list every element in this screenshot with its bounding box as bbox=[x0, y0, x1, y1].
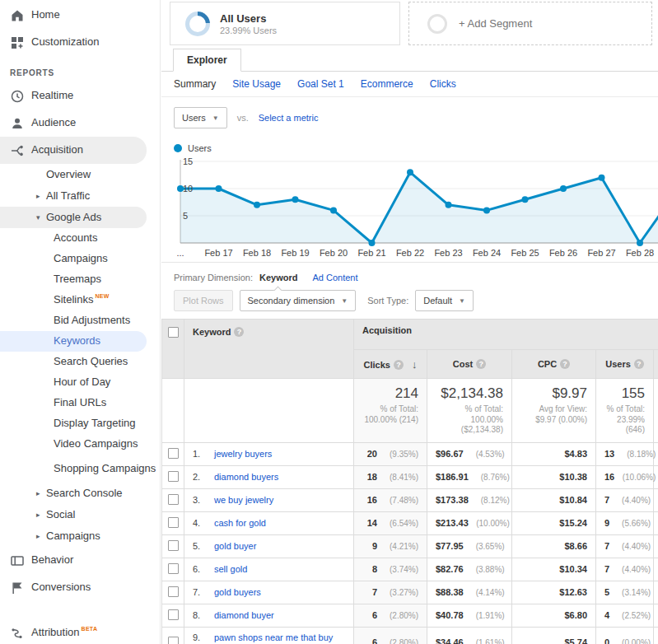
sidebar-item-acquisition[interactable]: Acquisition bbox=[0, 137, 147, 164]
keyword-link[interactable]: we buy jewelry bbox=[214, 495, 273, 505]
subtab-site-usage[interactable]: Site Usage bbox=[232, 78, 281, 90]
sort-type-dropdown[interactable]: Default ▼ bbox=[415, 290, 474, 311]
row-checkbox[interactable] bbox=[168, 540, 179, 551]
totals-overflow-cell bbox=[654, 379, 658, 443]
keyword-link[interactable]: diamond buyers bbox=[214, 472, 278, 482]
select-a-metric-link[interactable]: Select a metric bbox=[259, 113, 319, 123]
row-checkbox[interactable] bbox=[168, 609, 179, 620]
sidebar-item-search-console[interactable]: ▸Search Console bbox=[0, 483, 160, 504]
sidebar-item-all-traffic[interactable]: ▸All Traffic bbox=[0, 185, 160, 207]
sidebar-item-audience[interactable]: Audience bbox=[0, 110, 160, 137]
segment-all-users[interactable]: All Users 23.99% Users bbox=[170, 2, 400, 45]
sidebar-item-social[interactable]: ▸Social bbox=[0, 504, 160, 525]
sidebar-item-keywords[interactable]: Keywords bbox=[0, 331, 147, 352]
users-cell: 7(4.40%) bbox=[596, 558, 654, 581]
row-checkbox-cell bbox=[162, 488, 184, 511]
sidebar-item-behavior[interactable]: Behavior bbox=[0, 547, 160, 574]
users-cell: 7(4.40%) bbox=[596, 534, 654, 558]
behavior-icon bbox=[10, 553, 25, 568]
row-checkbox[interactable] bbox=[168, 494, 179, 505]
row-checkbox[interactable] bbox=[168, 517, 179, 528]
help-icon[interactable]: ? bbox=[234, 327, 244, 337]
sidebar-item-label: Conversions bbox=[31, 581, 91, 594]
totals-checkbox-cell bbox=[162, 379, 184, 443]
sidebar-item-treemaps[interactable]: Treemaps bbox=[0, 269, 160, 290]
help-icon[interactable]: ? bbox=[634, 359, 644, 369]
keyword-link[interactable]: pawn shops near me that buy jewelry bbox=[214, 632, 346, 644]
sidebar-item-attribution[interactable]: AttributionBETA bbox=[0, 619, 160, 644]
row-checkbox-cell bbox=[162, 534, 184, 558]
realtime-icon bbox=[10, 89, 25, 104]
secondary-dimension-dropdown[interactable]: Secondary dimension ▼ bbox=[240, 290, 357, 311]
row-checkbox[interactable] bbox=[168, 563, 179, 574]
sidebar-item-accounts[interactable]: Accounts bbox=[0, 228, 160, 249]
subtab-ecommerce[interactable]: Ecommerce bbox=[361, 78, 413, 90]
sidebar-item-shopping-campaigns[interactable]: Shopping Campaigns bbox=[0, 455, 160, 483]
overflow-column-header bbox=[654, 350, 658, 379]
sidebar-item-overview[interactable]: Overview bbox=[0, 164, 160, 185]
cpc-column-header[interactable]: CPC? bbox=[512, 350, 596, 379]
keyword-link[interactable]: gold buyers bbox=[214, 587, 261, 597]
svg-text:Feb 21: Feb 21 bbox=[357, 248, 385, 258]
metric-dropdown-value: Users bbox=[182, 113, 206, 123]
sidebar-item-label: Social bbox=[46, 509, 75, 521]
subtab-goal-set-1[interactable]: Goal Set 1 bbox=[297, 78, 344, 90]
row-checkbox[interactable] bbox=[168, 637, 179, 644]
clicks-column-header[interactable]: Clicks?↓ bbox=[354, 350, 427, 379]
sidebar-item-bid-adjustments[interactable]: Bid Adjustments bbox=[0, 310, 160, 331]
header-checkbox-cell bbox=[162, 320, 184, 379]
tab-explorer[interactable]: Explorer bbox=[173, 49, 241, 72]
subtab-clicks[interactable]: Clicks bbox=[430, 78, 456, 90]
keyword-cell: 9.pawn shops near me that buy jewelry bbox=[184, 627, 354, 644]
primary-dimension-row: Primary Dimension: Keyword Ad Content bbox=[161, 263, 658, 282]
help-icon[interactable]: ? bbox=[560, 359, 570, 369]
row-checkbox[interactable] bbox=[168, 448, 179, 459]
primary-dimension-keyword[interactable]: Keyword bbox=[259, 273, 297, 282]
clicks-cell: 6(2.80%) bbox=[354, 627, 427, 644]
metric-dropdown[interactable]: Users ▼ bbox=[174, 107, 227, 128]
sidebar-item-home[interactable]: Home bbox=[0, 2, 160, 29]
segment-donut-icon bbox=[185, 12, 210, 36]
row-number: 9. bbox=[193, 632, 214, 642]
keyword-link[interactable]: jewelry buyers bbox=[214, 449, 272, 459]
keyword-link[interactable]: diamond buyer bbox=[214, 610, 274, 620]
overflow-cell bbox=[654, 581, 658, 604]
cost-column-header[interactable]: Cost? bbox=[427, 350, 512, 379]
keyword-link[interactable]: gold buyer bbox=[214, 541, 256, 551]
sidebar-item-label: Audience bbox=[31, 117, 76, 129]
row-checkbox[interactable] bbox=[168, 471, 179, 482]
sidebar-item-label: Behavior bbox=[31, 554, 73, 567]
row-checkbox[interactable] bbox=[168, 586, 179, 597]
row-checkbox-cell bbox=[162, 511, 184, 534]
sidebar-item-label: Keywords bbox=[54, 335, 100, 348]
cost-cell: $34.46(1.61%) bbox=[427, 627, 512, 644]
users-column-header[interactable]: Users? bbox=[596, 350, 654, 379]
sidebar-item-video-campaigns[interactable]: Video Campaigns bbox=[0, 434, 160, 455]
subtab-summary[interactable]: Summary bbox=[174, 78, 216, 90]
sidebar-item-hour-of-day[interactable]: Hour of Day bbox=[0, 372, 160, 393]
plot-rows-button[interactable]: Plot Rows bbox=[174, 290, 233, 311]
sidebar-item-final-urls[interactable]: Final URLs bbox=[0, 393, 160, 413]
help-icon[interactable]: ? bbox=[476, 359, 486, 369]
users-line-chart[interactable]: 51015...Feb 17Feb 18Feb 19Feb 20Feb 21Fe… bbox=[161, 155, 658, 262]
sidebar-item-search-queries[interactable]: Search Queries bbox=[0, 352, 160, 372]
sidebar-item-realtime[interactable]: Realtime bbox=[0, 82, 160, 110]
sidebar-item-label: Sitelinks bbox=[54, 294, 93, 306]
sidebar-item-campaigns[interactable]: Campaigns bbox=[0, 249, 160, 269]
sidebar-item-campaigns[interactable]: ▸Campaigns bbox=[0, 525, 160, 547]
conversions-icon bbox=[10, 581, 25, 595]
keyword-link[interactable]: sell gold bbox=[214, 564, 247, 574]
sidebar-spacer bbox=[0, 601, 160, 619]
sidebar-item-customization[interactable]: Customization bbox=[0, 29, 160, 56]
sidebar-item-sitelinks[interactable]: SitelinksNEW bbox=[0, 290, 160, 310]
users-cell: 0(0.00%) bbox=[596, 627, 654, 644]
sidebar-item-conversions[interactable]: Conversions bbox=[0, 574, 160, 601]
add-segment-button[interactable]: + Add Segment bbox=[408, 2, 652, 45]
select-all-checkbox[interactable] bbox=[168, 327, 179, 338]
primary-dimension-ad-content[interactable]: Ad Content bbox=[312, 273, 357, 282]
keyword-column-header[interactable]: Keyword? bbox=[184, 320, 354, 379]
keyword-link[interactable]: cash for gold bbox=[214, 518, 266, 528]
sidebar-item-display-targeting[interactable]: Display Targeting bbox=[0, 413, 160, 434]
help-icon[interactable]: ? bbox=[394, 360, 404, 370]
sidebar-item-google-ads[interactable]: ▾Google Ads bbox=[0, 207, 147, 228]
